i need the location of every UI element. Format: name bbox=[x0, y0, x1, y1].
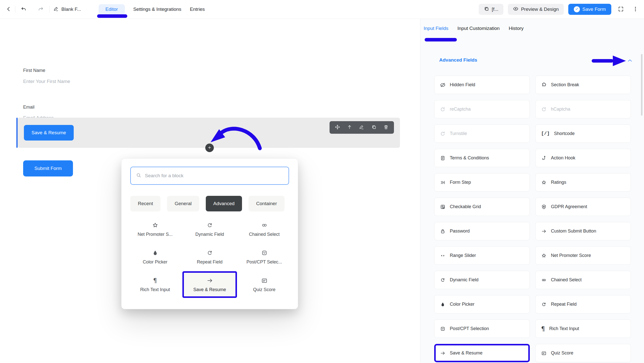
eye-icon bbox=[513, 6, 518, 13]
form-title[interactable]: Blank F... bbox=[53, 4, 81, 14]
add-block-button[interactable] bbox=[205, 144, 214, 152]
field-button-gdpr-agreement[interactable]: GDPR Agreement bbox=[535, 198, 631, 216]
move-up-button[interactable] bbox=[345, 123, 354, 132]
inserter-item-post-cpt-selec[interactable]: Post/CPT Selec... bbox=[237, 244, 292, 270]
field-button-label: Quiz Score bbox=[551, 350, 573, 356]
undo-button[interactable] bbox=[19, 4, 29, 14]
inserter-item-rich-text-input[interactable]: ¶Rich Text Input bbox=[128, 271, 182, 298]
fullscreen-button[interactable] bbox=[616, 4, 626, 14]
sidebar-scrollbar[interactable] bbox=[641, 54, 642, 116]
preview-design-button[interactable]: Preview & Design bbox=[508, 4, 564, 15]
kebab-icon bbox=[632, 6, 638, 13]
duplicate-button[interactable] bbox=[370, 123, 378, 132]
field-button-terms-conditions[interactable]: Terms & Conditions bbox=[434, 149, 530, 167]
divider bbox=[15, 6, 15, 13]
shortcode-button[interactable]: [f... bbox=[479, 4, 503, 15]
field-button-section-break[interactable]: Section Break bbox=[535, 76, 631, 94]
inserter-item-label: Post/CPT Selec... bbox=[247, 259, 282, 265]
field-button-hcaptcha[interactable]: hCaptcha bbox=[535, 100, 631, 118]
field-button-repeat-field[interactable]: Repeat Field bbox=[535, 295, 631, 313]
inserter-item-net-promoter-s[interactable]: Net Promoter S... bbox=[128, 216, 182, 243]
edit-button[interactable] bbox=[357, 123, 366, 132]
field-button-label: Action Hook bbox=[551, 155, 575, 161]
field-button-label: Rich Text Input bbox=[549, 326, 579, 331]
tab-settings-integrations[interactable]: Settings & Integrations bbox=[133, 7, 181, 12]
inserter-item-quiz-score[interactable]: Quiz Score bbox=[237, 271, 292, 298]
refresh-icon bbox=[207, 249, 213, 256]
field-button-label: Chained Select bbox=[551, 277, 582, 283]
field-button-ratings[interactable]: Ratings bbox=[535, 173, 631, 192]
field-button-label: Shortcode bbox=[554, 131, 575, 136]
field-button-shortcode[interactable]: [/]Shortcode bbox=[535, 124, 631, 143]
inserter-item-repeat-field[interactable]: Repeat Field bbox=[182, 244, 237, 270]
sidebar-tab-input-fields[interactable]: Input Fields bbox=[424, 26, 448, 31]
trash-icon bbox=[383, 124, 389, 130]
field-button-range-slider[interactable]: Range Slider bbox=[434, 246, 530, 265]
block-search-input[interactable] bbox=[144, 173, 284, 179]
inserter-item-chained-select[interactable]: Chained Select bbox=[237, 216, 292, 243]
collapse-section-button[interactable] bbox=[626, 57, 634, 65]
chain-icon bbox=[261, 222, 268, 229]
preview-label: Preview & Design bbox=[521, 7, 559, 12]
field-button-label: Custom Submit Button bbox=[551, 229, 596, 234]
select-box-icon bbox=[261, 249, 268, 256]
app: Blank F... EditorSettings & Integrations… bbox=[0, 0, 644, 363]
move-icon bbox=[335, 124, 340, 130]
inserter-tab-general[interactable]: General bbox=[167, 196, 199, 211]
block-search bbox=[130, 167, 289, 185]
field-button-post-cpt-selection[interactable]: Post/CPT Selection bbox=[434, 320, 530, 338]
field-first-name[interactable] bbox=[18, 49, 400, 76]
field-button-chained-select[interactable]: Chained Select bbox=[535, 271, 631, 289]
delete-button[interactable] bbox=[382, 123, 390, 132]
field-button-recaptcha[interactable]: reCaptcha bbox=[434, 100, 530, 118]
quiz-card-icon bbox=[541, 350, 547, 356]
inserter-tab-container[interactable]: Container bbox=[249, 196, 284, 211]
field-button-label: Save & Resume bbox=[450, 350, 482, 356]
refresh-icon bbox=[440, 277, 446, 283]
field-button-label: Turnstile bbox=[450, 131, 467, 136]
more-options-button[interactable] bbox=[630, 4, 640, 14]
tab-entries[interactable]: Entries bbox=[190, 7, 205, 12]
field-button-custom-submit-button[interactable]: Custom Submit Button bbox=[535, 222, 631, 240]
field-button-quiz-score[interactable]: Quiz Score bbox=[535, 344, 631, 362]
field-email[interactable] bbox=[18, 86, 400, 114]
field-button-label: Password bbox=[450, 229, 470, 234]
field-button-form-step[interactable]: Form Step bbox=[434, 173, 530, 192]
field-button-turnstile[interactable]: Turnstile bbox=[434, 124, 530, 143]
save-resume-block-button[interactable]: Save & Resume bbox=[24, 125, 74, 141]
field-button-checkable-grid[interactable]: Checkable Grid bbox=[434, 198, 530, 216]
grid-check-icon bbox=[440, 204, 446, 210]
field-button-color-picker[interactable]: Color Picker bbox=[434, 295, 530, 313]
field-button-action-hook[interactable]: Action Hook bbox=[535, 149, 631, 167]
field-button-password[interactable]: Password bbox=[434, 222, 530, 240]
field-button-label: Net Promoter Score bbox=[551, 253, 591, 258]
inserter-tab-advanced[interactable]: Advanced bbox=[206, 196, 242, 211]
field-button-net-promoter-score[interactable]: Net Promoter Score bbox=[535, 246, 631, 265]
arrow-right-icon bbox=[541, 228, 547, 234]
sidebar-tab-input-customization[interactable]: Input Customization bbox=[457, 26, 500, 31]
redo-button[interactable] bbox=[36, 4, 46, 14]
inserter-item-color-picker[interactable]: Color Picker bbox=[128, 244, 182, 270]
inserter-item-save-resume[interactable]: Save & Resume bbox=[182, 271, 237, 298]
field-button-dynamic-field[interactable]: Dynamic Field bbox=[434, 271, 530, 289]
field-button-hidden-field[interactable]: Hidden Field bbox=[434, 76, 530, 94]
field-button-rich-text-input[interactable]: ¶Rich Text Input bbox=[535, 320, 631, 338]
save-form-button[interactable]: Save Form bbox=[568, 4, 611, 15]
move-button[interactable] bbox=[333, 123, 342, 132]
tab-editor[interactable]: Editor bbox=[99, 4, 125, 15]
inserter-tab-recent[interactable]: Recent bbox=[130, 196, 160, 211]
refresh-icon bbox=[207, 222, 213, 229]
inserter-item-label: Color Picker bbox=[143, 259, 167, 265]
inserter-item-dynamic-field[interactable]: Dynamic Field bbox=[182, 216, 237, 243]
submit-form-button[interactable]: Submit Form bbox=[23, 160, 73, 176]
back-button[interactable] bbox=[4, 4, 14, 14]
arrow-right-icon bbox=[440, 350, 446, 356]
field-button-label: GDPR Agreement bbox=[551, 204, 587, 209]
field-button-label: Color Picker bbox=[450, 302, 474, 307]
field-button-save-resume[interactable]: Save & Resume bbox=[434, 344, 530, 362]
select-box-icon bbox=[440, 326, 446, 332]
sidebar-tab-history[interactable]: History bbox=[509, 26, 524, 31]
form-step-icon bbox=[440, 179, 446, 186]
field-button-label: Section Break bbox=[551, 82, 579, 87]
lock-icon bbox=[440, 228, 446, 234]
